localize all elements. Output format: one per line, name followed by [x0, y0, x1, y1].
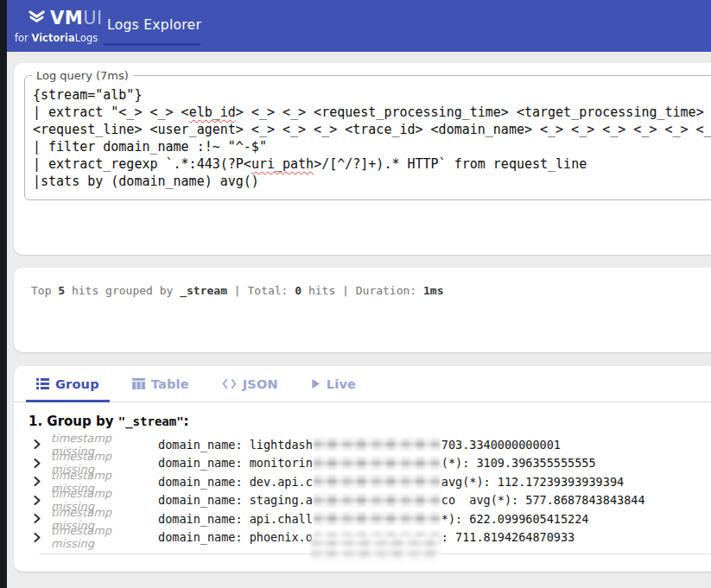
brand-vm: VM: [50, 8, 83, 28]
log-query-editor[interactable]: Log query (7ms) {stream="alb"}| extract …: [24, 69, 711, 200]
query-card: Log query (7ms) {stream="alb"}| extract …: [14, 63, 711, 255]
redacted-blur: [314, 438, 441, 451]
window-edge-strip: [0, 0, 7, 588]
tab-json[interactable]: JSON: [212, 366, 289, 401]
play-icon: [311, 378, 321, 389]
tab-live[interactable]: Live: [301, 366, 366, 401]
group-rows-list: timestamp missingdomain_name: lightdash7…: [29, 435, 711, 547]
results-card: GroupTableJSONLive 1. Group by "_stream"…: [14, 366, 711, 572]
list-icon: [36, 378, 49, 389]
redacted-blur-patch: [311, 535, 441, 561]
redacted-blur: [314, 457, 441, 470]
redacted-blur: [314, 512, 441, 525]
table-icon: [132, 378, 145, 389]
redacted-blur: [314, 475, 441, 488]
redacted-blur: [314, 494, 441, 507]
app-header: VMUI for VictoriaLogs Logs Explorer: [0, 0, 711, 52]
expand-chevron-icon[interactable]: [29, 439, 51, 449]
brand-ui: UI: [83, 8, 103, 28]
query-legend: Log query (7ms): [32, 69, 133, 82]
results-summary: Top 5 hits grouped by _stream | Total: 0…: [14, 268, 711, 297]
code-icon: [222, 378, 237, 389]
group-stream-name: "_stream": [118, 414, 184, 428]
expand-chevron-icon[interactable]: [29, 496, 51, 505]
expand-chevron-icon[interactable]: [29, 477, 51, 486]
tab-group[interactable]: Group: [26, 366, 110, 401]
row-value-text: domain_name: staging.aco avg(*): 577.868…: [158, 493, 645, 507]
tab-label: Group: [55, 377, 99, 391]
query-text[interactable]: {stream="alb"}| extract "<_> <_> <elb_id…: [25, 84, 711, 190]
tab-table[interactable]: Table: [122, 366, 200, 401]
expand-chevron-icon[interactable]: [29, 514, 51, 523]
summary-card: Top 5 hits grouped by _stream | Total: 0…: [14, 268, 711, 352]
tab-label: Live: [327, 377, 356, 391]
row-value-text: domain_name: dev.api.cavg(*): 112.172393…: [158, 475, 624, 489]
vmui-logo[interactable]: VMUI for VictoriaLogs: [15, 7, 103, 44]
vm-chevrons-icon: [28, 10, 46, 27]
nav-active-underline: [104, 43, 200, 46]
tab-label: Table: [151, 377, 189, 391]
expand-chevron-icon[interactable]: [29, 533, 51, 542]
row-value-text: domain_name: api.chall*): 622.0999605415…: [158, 512, 589, 526]
results-view-tabs: GroupTableJSONLive: [14, 366, 711, 402]
row-value-text: domain_name: lightdash703.3340000000001: [158, 438, 561, 452]
timestamp-label: timestamp missing: [51, 524, 158, 550]
group-by-title: 1. Group by "_stream":: [29, 414, 711, 429]
expand-chevron-icon[interactable]: [29, 458, 51, 468]
tab-label: JSON: [243, 377, 278, 391]
row-value-text: domain_name: monitorin(*): 3109.39635555…: [158, 456, 596, 470]
logo-subtitle: for VictoriaLogs: [15, 32, 103, 44]
